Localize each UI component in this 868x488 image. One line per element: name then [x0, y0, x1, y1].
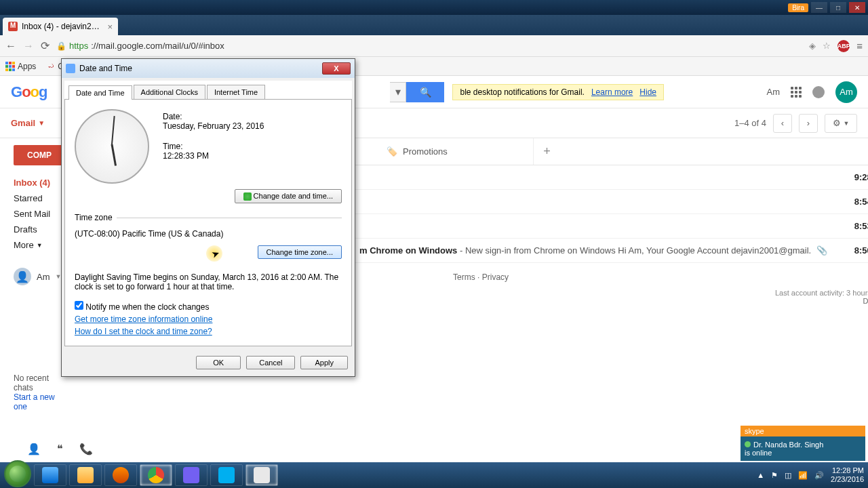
browser-tabstrip: Inbox (4) - dejavin2001@g ×	[0, 15, 868, 35]
skype-notification[interactable]: skype Dr. Nanda Bdr. Singh is online	[741, 426, 865, 461]
tag-icon: 🏷️	[387, 146, 397, 157]
system-tray: ▲ ⚑ ◫ 📶 🔊 12:28 PM 2/23/2016	[757, 466, 864, 484]
settings-button[interactable]: ⚙▼	[825, 114, 857, 133]
tab-title: Inbox (4) - dejavin2001@g	[22, 22, 103, 31]
desktop-notif-banner: ble desktop notifications for Gmail. Lea…	[452, 84, 664, 100]
timezone-legend: Time zone	[75, 213, 117, 222]
url-field[interactable]: 🔒 https://mail.google.com/mail/u/0/#inbo…	[56, 41, 802, 51]
maximize-button[interactable]: □	[830, 2, 846, 13]
learn-more-link[interactable]: Learn more	[591, 87, 633, 97]
dst-text: Daylight Saving Time begins on Sunday, M…	[75, 272, 342, 291]
google-logo[interactable]: Goog	[11, 83, 47, 101]
date-time-dialog: Date and Time X Date and Time Additional…	[61, 58, 355, 377]
compose-button[interactable]: COMP	[14, 145, 65, 165]
online-status-icon	[745, 441, 751, 447]
tray-overflow-icon[interactable]: ▲	[757, 471, 764, 479]
sidebar-sent[interactable]: Sent Mail	[14, 206, 65, 222]
sidebar-more[interactable]: More ▼	[14, 237, 65, 253]
chevron-down-icon: ▼	[38, 119, 45, 127]
taskbar-viber[interactable]	[175, 464, 208, 486]
tab-close-icon[interactable]: ×	[107, 22, 113, 32]
chat-area: No recent chats Start a new one	[14, 373, 65, 411]
prev-page-button[interactable]: ‹	[773, 114, 792, 133]
add-tab-button[interactable]: +	[533, 138, 560, 165]
back-button[interactable]: ←	[5, 40, 16, 52]
tab-date-time[interactable]: Date and Time	[68, 85, 132, 100]
taskbar-explorer[interactable]	[69, 464, 102, 486]
chrome-menu-icon[interactable]: ≡	[856, 40, 863, 52]
browser-tab[interactable]: Inbox (4) - dejavin2001@g ×	[3, 18, 118, 35]
time-value: 12:28:33 PM	[163, 151, 264, 161]
tray-wifi-icon[interactable]: 📶	[798, 471, 808, 480]
gmail-brand[interactable]: Gmail ▼	[11, 118, 45, 128]
start-button[interactable]	[4, 460, 31, 487]
dialog-titlebar[interactable]: Date and Time X	[62, 59, 355, 78]
tray-flag-icon[interactable]: ⚑	[771, 471, 778, 480]
change-timezone-button[interactable]: Change time zone...	[258, 245, 342, 259]
hangouts-profile[interactable]: 👤 Am ▼	[14, 268, 65, 285]
next-page-button[interactable]: ›	[799, 114, 818, 133]
dialog-buttons: OK Cancel Apply	[62, 349, 355, 376]
contacts-icon[interactable]: 👤	[27, 443, 41, 455]
attachment-icon: 📎	[816, 245, 827, 256]
timezone-value: (UTC-08:00) Pacific Time (US & Canada)	[75, 229, 342, 239]
tray-network-icon[interactable]: ◫	[785, 471, 791, 480]
cancel-button[interactable]: Cancel	[246, 356, 295, 369]
terms-link[interactable]: Terms	[453, 272, 475, 282]
clock-app-icon	[66, 64, 75, 73]
account-avatar[interactable]: Am	[835, 81, 857, 103]
abp-icon[interactable]: ABP	[837, 40, 850, 52]
chevron-down-icon: ▼	[37, 242, 43, 249]
dialog-content: Date: Tuesday, February 23, 2016 Time: 1…	[64, 99, 352, 346]
sidebar-inbox[interactable]: Inbox (4)	[14, 175, 65, 190]
hide-link[interactable]: Hide	[639, 87, 656, 97]
reload-button[interactable]: ⟳	[41, 39, 50, 52]
sidebar-starred[interactable]: Starred	[14, 190, 65, 206]
result-count: 1–4 of 4	[734, 118, 766, 128]
minimize-button[interactable]: —	[811, 2, 827, 13]
sidebar: COMP Inbox (4) Starred Sent Mail Drafts …	[0, 138, 65, 488]
apply-button[interactable]: Apply	[300, 356, 348, 369]
tray-volume-icon[interactable]: 🔊	[814, 471, 824, 480]
taskbar-clock[interactable]: 12:28 PM 2/23/2016	[831, 466, 864, 484]
taskbar-media[interactable]	[104, 464, 137, 486]
tab-internet-time[interactable]: Internet Time	[207, 85, 265, 99]
analog-clock-icon	[75, 109, 149, 184]
details-link[interactable]: Details	[863, 297, 868, 305]
lock-icon: 🔒	[56, 41, 66, 51]
extension-icon[interactable]: ◈	[809, 41, 816, 51]
notify-checkbox[interactable]	[75, 301, 83, 310]
taskbar-chrome[interactable]	[140, 464, 172, 486]
taskbar: ▲ ⚑ ◫ 📶 🔊 12:28 PM 2/23/2016	[0, 462, 868, 488]
bookmark-star-icon[interactable]: ☆	[823, 41, 831, 51]
shield-icon	[243, 192, 252, 201]
url-rest: ://mail.google.com/mail/u/0/#inbox	[91, 41, 224, 51]
google-apps-icon[interactable]	[791, 87, 802, 98]
date-value: Tuesday, February 23, 2016	[163, 121, 264, 131]
apps-bookmark[interactable]: Apps	[5, 62, 36, 71]
phone-icon[interactable]: 📞	[79, 443, 93, 455]
clock-help-link[interactable]: How do I set the clock and time zone?	[75, 327, 342, 336]
account-name: Am	[767, 87, 781, 97]
hangouts-icon[interactable]: ❝	[57, 443, 63, 455]
sidebar-drafts[interactable]: Drafts	[14, 222, 65, 237]
privacy-link[interactable]: Privacy	[482, 272, 509, 282]
tab-additional-clocks[interactable]: Additional Clocks	[134, 85, 205, 99]
tab-promotions[interactable]: 🏷️ Promotions	[377, 138, 533, 165]
taskbar-datetime[interactable]	[245, 464, 278, 486]
notify-checkbox-label[interactable]: Notify me when the clock changes	[75, 302, 209, 312]
taskbar-ie[interactable]	[34, 464, 66, 486]
start-chat-link[interactable]: Start a new one	[14, 392, 55, 411]
change-date-time-button[interactable]: Change date and time...	[235, 189, 342, 203]
close-button[interactable]: ✕	[849, 2, 865, 13]
search-dropdown[interactable]: ▾	[390, 82, 406, 102]
dialog-close-button[interactable]: X	[322, 62, 351, 75]
ok-button[interactable]: OK	[196, 356, 241, 369]
profile-avatar-icon: 👤	[14, 268, 31, 285]
hangouts-icons: 👤 ❝ 📞	[27, 443, 93, 455]
notifications-icon[interactable]	[812, 86, 825, 98]
search-button[interactable]: 🔍	[406, 82, 444, 102]
forward-button[interactable]: →	[23, 40, 34, 52]
taskbar-skype[interactable]	[210, 464, 243, 486]
timezone-info-link[interactable]: Get more time zone information online	[75, 314, 342, 324]
